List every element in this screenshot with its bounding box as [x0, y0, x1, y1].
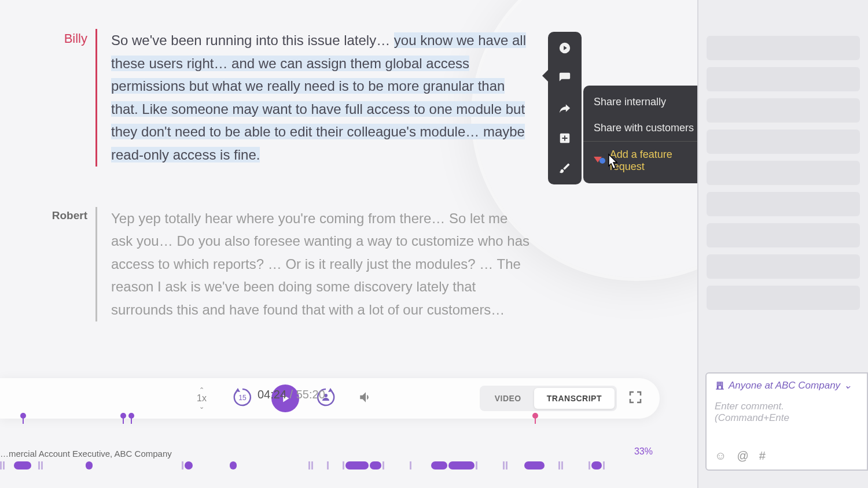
- building-icon: [715, 380, 725, 391]
- view-transcript-tab[interactable]: TRANSCRIPT: [534, 388, 615, 409]
- waveform-track[interactable]: [0, 460, 660, 471]
- timeline-marker[interactable]: [532, 413, 538, 419]
- timeline-area[interactable]: …mercial Account Executive, ABC Company …: [0, 413, 660, 488]
- list-item[interactable]: [707, 98, 860, 123]
- view-toggle: VIDEO TRANSCRIPT: [480, 386, 617, 411]
- play-clip-button[interactable]: [553, 38, 576, 58]
- marker-row: [0, 413, 660, 424]
- mention-icon[interactable]: @: [737, 449, 748, 463]
- list-item[interactable]: [707, 286, 860, 310]
- rewind-15-button[interactable]: 15: [231, 386, 256, 411]
- speech-text[interactable]: So we've been running into this issue la…: [111, 29, 532, 167]
- svg-text:15: 15: [238, 394, 247, 402]
- list-item[interactable]: [707, 254, 860, 279]
- comment-input[interactable]: Enter comment. (Command+Ente: [707, 397, 867, 427]
- comment-button[interactable]: [553, 68, 576, 88]
- timeline-marker[interactable]: [128, 413, 134, 419]
- timeline-marker[interactable]: [120, 413, 126, 419]
- playback-speed-control[interactable]: ⌃ 1x ⌄: [197, 387, 207, 410]
- highlighted-text[interactable]: you know we have all these users right… …: [111, 32, 526, 162]
- panel-list: [698, 0, 868, 310]
- volume-button[interactable]: [358, 390, 373, 407]
- hashtag-icon[interactable]: #: [759, 449, 766, 463]
- comment-box: Anyone at ABC Company ⌄ Enter comment. (…: [705, 372, 868, 471]
- list-item[interactable]: [707, 192, 860, 216]
- speaker-label: Billy: [64, 31, 87, 46]
- transcript-area: Billy So we've been running into this is…: [0, 29, 532, 362]
- list-item[interactable]: [707, 130, 860, 154]
- share-button[interactable]: [553, 98, 576, 119]
- transcript-block-billy[interactable]: Billy So we've been running into this is…: [0, 29, 532, 167]
- timeline-marker[interactable]: [20, 413, 26, 419]
- view-video-tab[interactable]: VIDEO: [482, 388, 534, 409]
- chevron-down-icon[interactable]: ⌄: [199, 404, 204, 410]
- time-display: 04:24 / 55:20: [258, 388, 325, 401]
- chevron-down-icon: ⌄: [844, 379, 852, 391]
- speaker-label: Robert: [52, 209, 87, 221]
- comment-toolbar: ☺ @ #: [715, 449, 766, 463]
- speaker-track-label: …mercial Account Executive, ABC Company: [0, 449, 172, 459]
- list-item[interactable]: [707, 67, 860, 91]
- audience-selector[interactable]: Anyone at ABC Company ⌄: [707, 374, 867, 397]
- transcript-block-robert[interactable]: Robert Yep yep totally hear where you're…: [0, 207, 532, 321]
- talk-percent: 33%: [634, 446, 653, 457]
- list-item[interactable]: [707, 36, 860, 60]
- right-panel: Anyone at ABC Company ⌄ Enter comment. (…: [697, 0, 868, 488]
- cursor-icon: [603, 153, 620, 173]
- selection-toolbar: [548, 32, 582, 184]
- add-to-button[interactable]: [553, 128, 576, 149]
- fullscreen-button[interactable]: [628, 390, 642, 406]
- magic-button[interactable]: [553, 158, 576, 179]
- speech-text[interactable]: Yep yep totally hear where you're coming…: [111, 207, 532, 321]
- list-item[interactable]: [707, 161, 860, 185]
- list-item[interactable]: [707, 223, 860, 247]
- chevron-up-icon[interactable]: ⌃: [199, 387, 204, 393]
- emoji-icon[interactable]: ☺: [715, 449, 726, 463]
